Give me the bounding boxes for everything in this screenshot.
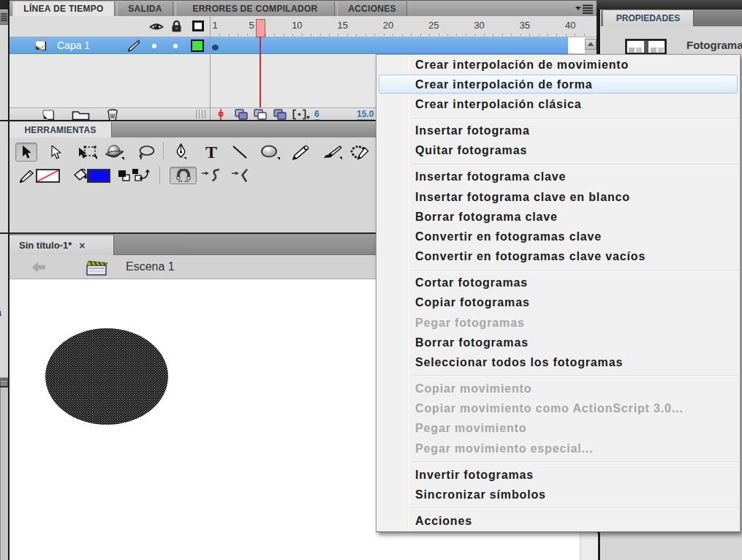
- fill-color-swatch[interactable]: [87, 169, 110, 183]
- default-colors-icon[interactable]: [118, 170, 131, 182]
- playhead[interactable]: [256, 19, 265, 37]
- menu-item-borrar-fotograma-clave[interactable]: Borrar fotograma clave: [376, 207, 740, 227]
- ruler-tick: [219, 34, 220, 36]
- ruler-tick: [474, 34, 475, 36]
- menu-item-invertir-fotogramas[interactable]: Invertir fotogramas: [376, 465, 740, 485]
- current-frame-value[interactable]: 6: [314, 109, 319, 120]
- layer-visible-dot[interactable]: [152, 44, 156, 48]
- layer-unlocked-dot[interactable]: [173, 44, 178, 48]
- onion-skin-outlines-button[interactable]: [254, 109, 268, 120]
- menu-item-crear-interpolacion-clasica[interactable]: Crear interpolación clásica: [376, 94, 740, 114]
- new-layer-button[interactable]: [42, 110, 56, 121]
- menu-item-label: Convertir en fotogramas clave: [415, 230, 602, 243]
- swap-colors-icon[interactable]: [132, 168, 151, 183]
- outline-layers-icon[interactable]: [192, 20, 204, 31]
- layer-frames-divider[interactable]: [210, 16, 211, 120]
- menu-item-insertar-fotograma-clave-en-blanco[interactable]: Insertar fotograma clave en blanco: [376, 187, 740, 207]
- center-frame-button[interactable]: [217, 109, 224, 120]
- menu-item-insertar-fotograma-clave[interactable]: Insertar fotograma clave: [376, 167, 740, 187]
- tab-linea-de-tiempo[interactable]: LÍNEA DE TIEMPO: [12, 1, 115, 17]
- document-close-icon[interactable]: ×: [79, 240, 85, 251]
- tools-separator: [163, 142, 164, 159]
- tab-acciones[interactable]: ACCIONES: [337, 1, 407, 17]
- menu-item-copiar-fotogramas[interactable]: Copiar fotogramas: [376, 293, 740, 313]
- timeline-scrollbar[interactable]: [585, 39, 597, 54]
- brush-tool[interactable]: [322, 143, 344, 162]
- menu-item-label: Invertir fotogramas: [415, 469, 534, 482]
- menu-item-insertar-fotograma[interactable]: Insertar fotograma: [376, 121, 740, 140]
- ruler-number-20: 20: [383, 20, 393, 31]
- lock-layers-icon[interactable]: [170, 20, 183, 33]
- menu-item-pegar-movimiento-especial: Pegar movimiento especial...: [376, 439, 740, 458]
- tab-propiedades[interactable]: PROPIEDADES: [603, 10, 694, 26]
- left-dock-panel-button[interactable]: [0, 10, 8, 25]
- subselection-tool[interactable]: [45, 143, 67, 162]
- modify-markers-button[interactable]: [292, 109, 310, 120]
- free-transform-tool[interactable]: [77, 143, 99, 162]
- line-tool[interactable]: [229, 143, 251, 162]
- ruler-tick: [548, 34, 548, 36]
- left-dock-grip[interactable]: [0, 377, 8, 387]
- tab-errores-de-compilador[interactable]: ERRORES DE COMPILADOR: [175, 1, 335, 17]
- document-tab-label: Sin título-1*: [19, 240, 72, 251]
- ruler-number-15: 15: [337, 20, 347, 31]
- deco-tool[interactable]: [349, 143, 371, 162]
- tab-herramientas[interactable]: HERRAMIENTAS: [10, 122, 112, 138]
- menu-item-label: Insertar fotograma clave en blanco: [415, 191, 630, 204]
- layer-name[interactable]: Capa 1: [57, 39, 90, 51]
- menu-item-convertir-en-fotogramas-clave[interactable]: Convertir en fotogramas clave: [376, 227, 740, 246]
- stroke-color-swatch[interactable]: [36, 169, 60, 183]
- oval-tool[interactable]: [260, 143, 281, 162]
- menu-item-label: Seleccionar todos los fotogramas: [415, 356, 623, 369]
- ruler-tick: [520, 34, 521, 36]
- layer-outline-color-swatch[interactable]: [191, 39, 204, 52]
- new-folder-button[interactable]: [72, 110, 90, 121]
- ruler-tick: [329, 34, 330, 36]
- pencil-tool[interactable]: [289, 143, 311, 162]
- panel-menu-icon[interactable]: [575, 4, 594, 14]
- left-dock-label-fragment: a: [0, 306, 7, 318]
- pen-tool[interactable]: [170, 142, 192, 161]
- keyframe-dot[interactable]: [212, 45, 219, 50]
- back-arrow-icon[interactable]: [31, 261, 47, 273]
- menu-item-borrar-fotogramas[interactable]: Borrar fotogramas: [376, 333, 740, 352]
- 3d-rotation-tool[interactable]: [104, 143, 126, 162]
- menu-item-seleccionar-todos-los-fotogramas[interactable]: Seleccionar todos los fotogramas: [376, 352, 740, 372]
- straighten-option-icon[interactable]: [231, 168, 253, 183]
- menu-item-label: Cortar fotogramas: [415, 276, 528, 290]
- menu-separator: [412, 267, 738, 273]
- layer-edit-pencil-icon: [126, 39, 141, 53]
- layer-type-icon: [34, 39, 48, 52]
- show-hide-layers-icon[interactable]: [149, 21, 164, 32]
- delete-layer-button[interactable]: [105, 109, 120, 121]
- menu-item-sincronizar-simbolos[interactable]: Sincronizar símbolos: [376, 485, 740, 504]
- scroll-up-button[interactable]: [585, 39, 597, 50]
- ruler-tick: [493, 34, 493, 36]
- layer-row[interactable]: Capa 1: [10, 37, 568, 54]
- ruler-tick: [402, 34, 403, 36]
- tab-salida[interactable]: SALIDA: [117, 1, 173, 17]
- lasso-tool[interactable]: [135, 143, 157, 162]
- menu-item-cortar-fotogramas[interactable]: Cortar fotogramas: [376, 273, 740, 293]
- selection-tool[interactable]: [15, 143, 37, 162]
- smooth-option-icon[interactable]: [201, 168, 223, 183]
- timeline-ruler[interactable]: 1510152025303540: [10, 16, 597, 37]
- menu-item-label: Pegar movimiento especial...: [415, 442, 593, 455]
- frame-rate-value[interactable]: 15.0: [357, 109, 374, 120]
- onion-skin-button[interactable]: [235, 109, 249, 120]
- text-tool[interactable]: T: [200, 143, 222, 162]
- menu-separator: [412, 161, 738, 167]
- menu-item-quitar-fotogramas[interactable]: Quitar fotogramas: [376, 141, 740, 161]
- menu-item-convertir-en-fotogramas-clave-vacios[interactable]: Convertir en fotogramas clave vacíos: [376, 246, 740, 266]
- menu-item-label: Crear interpolación de forma: [415, 78, 593, 91]
- document-tab[interactable]: Sin título-1* ×: [10, 235, 114, 255]
- menu-item-crear-interpolacion-de-forma[interactable]: Crear interpolación de forma: [376, 75, 740, 94]
- menu-item-acciones[interactable]: Acciones: [376, 511, 740, 531]
- panes-resize-grip[interactable]: [196, 110, 206, 118]
- menu-item-crear-interpolacion-de-movimiento[interactable]: Crear interpolación de movimiento: [376, 55, 740, 75]
- snap-to-objects-toggle[interactable]: [170, 167, 197, 184]
- menu-separator: [412, 115, 738, 121]
- edit-multiple-frames-button[interactable]: [273, 109, 287, 120]
- menu-item-label: Crear interpolación de movimiento: [415, 58, 629, 72]
- ruler-tick: [556, 34, 557, 36]
